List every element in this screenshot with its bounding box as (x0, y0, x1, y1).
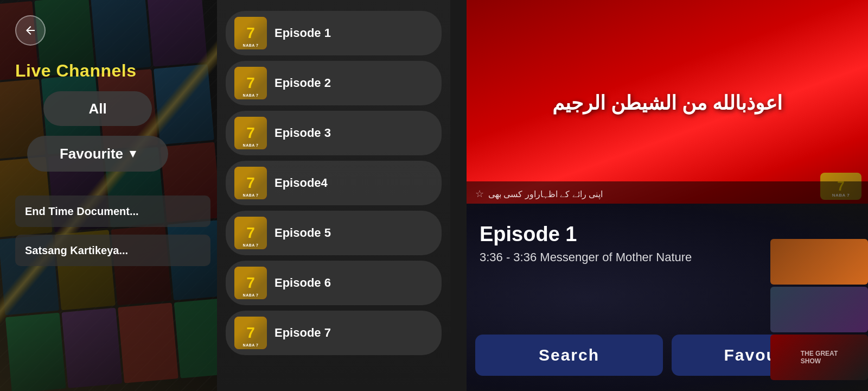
episode-item-6[interactable]: NABA 7 Episode 6 (226, 261, 442, 305)
star-icon: ☆ (475, 188, 484, 200)
live-channels-title: Live Channels (15, 61, 136, 81)
thumbnail-3: THE GREATSHOW (770, 335, 868, 380)
search-button[interactable]: Search (475, 335, 663, 376)
favourite-dropdown-button[interactable]: Favourite ▾ (27, 136, 168, 172)
episode-name: Episode 5 (275, 226, 331, 240)
episode-item-7[interactable]: NABA 7 Episode 7 (226, 311, 442, 355)
episode-name: Episode4 (275, 176, 328, 190)
channel-logo: NABA 7 (234, 67, 267, 99)
naba7-logo: NABA 7 (234, 67, 267, 99)
back-button[interactable] (15, 15, 46, 46)
subtitle-bar: ☆ اپنی رائے کے اظہاراور کسی بھی (467, 181, 868, 206)
episode-item-5[interactable]: NABA 7 Episode 5 (226, 211, 442, 255)
episode-list: NABA 7 Episode 1 NABA 7 Episode 2 NABA 7… (217, 0, 450, 391)
sidebar-item-label: End Time Document... (25, 205, 139, 218)
back-arrow-icon (24, 24, 37, 37)
channel-logo: NABA 7 (234, 267, 267, 299)
episode-item-2[interactable]: NABA 7 Episode 2 (226, 61, 442, 105)
channel-logo: NABA 7 (234, 17, 267, 49)
sidebar-item-end-time[interactable]: End Time Document... (15, 195, 210, 227)
arabic-text: اعوذبالله من الشيطن الرجیم (552, 92, 782, 115)
channel-logo: NABA 7 (234, 167, 267, 199)
episode-name: Episode 7 (275, 326, 331, 340)
right-panel: اعوذبالله من الشيطن الرجیم NABA 7 ☆ اپنی… (467, 0, 868, 391)
chevron-down-icon: ▾ (130, 147, 136, 161)
sidebar-item-satsang[interactable]: Satsang Kartikeya... (15, 235, 210, 266)
episode-name: Episode 2 (275, 76, 331, 90)
naba7-logo: NABA 7 (234, 117, 267, 149)
right-thumbnails: THE GREATSHOW (770, 239, 868, 380)
channel-logo: NABA 7 (234, 217, 267, 249)
episode-name: Episode 1 (275, 26, 331, 40)
episode-item-3[interactable]: NABA 7 Episode 3 (226, 111, 442, 155)
naba7-logo: NABA 7 (234, 267, 267, 299)
naba7-logo: NABA 7 (234, 167, 267, 199)
episode-item-4[interactable]: NABA 7 Episode4 (226, 161, 442, 205)
channel-logo: NABA 7 (234, 117, 267, 149)
channel-logo: NABA 7 (234, 317, 267, 349)
sidebar-item-label: Satsang Kartikeya... (25, 244, 128, 257)
all-button[interactable]: All (43, 91, 152, 126)
naba7-logo: NABA 7 (234, 317, 267, 349)
episode-name: Episode 3 (275, 126, 331, 140)
naba7-logo: NABA 7 (234, 17, 267, 49)
naba7-logo: NABA 7 (234, 217, 267, 249)
episode-name: Episode 6 (275, 276, 331, 290)
subtitle-text: اپنی رائے کے اظہاراور کسی بھی (488, 189, 603, 199)
favourite-label: Favourite (60, 146, 123, 162)
episode-item-1[interactable]: NABA 7 Episode 1 (226, 11, 442, 55)
thumbnail-1 (770, 239, 868, 285)
video-preview[interactable]: اعوذبالله من الشيطن الرجیم NABA 7 ☆ اپنی… (467, 0, 868, 206)
thumbnail-2 (770, 287, 868, 332)
